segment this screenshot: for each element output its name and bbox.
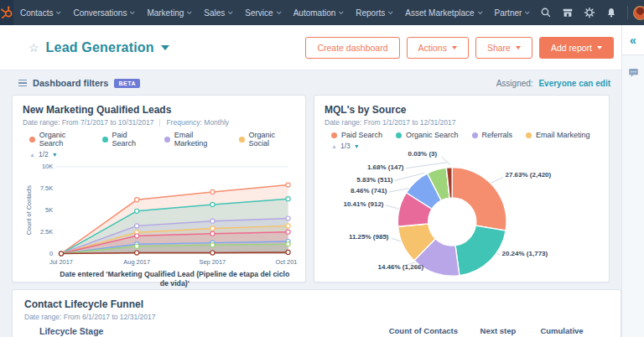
pie-label: 8.46% (741) [351, 187, 387, 194]
search-icon[interactable] [535, 0, 557, 25]
column-cumulative-conversion[interactable]: Cumulative conversion [538, 326, 585, 337]
svg-text:de vida)': de vida)' [160, 279, 190, 288]
area-chart[interactable]: 02.5K5K7.5K10KJul 2017Aug 2017Sep 2017Oc… [23, 158, 297, 291]
chevron-down-icon [228, 9, 233, 14]
pie-label: 5.83% (511) [356, 176, 392, 184]
funnel-table-header: Lifecycle Stage Count of Contacts Next s… [24, 326, 609, 337]
hubspot-logo[interactable] [0, 0, 13, 25]
report-title[interactable]: New Marketing Qualified Leads [23, 104, 295, 116]
avatar[interactable] [633, 6, 644, 20]
legend-dot [102, 137, 108, 143]
legend-pager: ▲ 1/3 ▼ [331, 142, 599, 150]
chevron-down-icon [277, 9, 282, 14]
svg-text:0: 0 [49, 250, 53, 257]
nav-item-conversations[interactable]: Conversations [66, 0, 140, 25]
comments-icon[interactable] [622, 67, 644, 78]
expand-panel-button[interactable]: « [622, 25, 644, 55]
legend-item[interactable]: Paid Search [102, 131, 151, 148]
assigned-status: Assigned: Everyone can edit [496, 79, 610, 88]
report-title[interactable]: Contact Lifecycle Funnel [24, 298, 609, 310]
nav-item-automation[interactable]: Automation [287, 0, 350, 25]
svg-text:Oct 2017: Oct 2017 [276, 258, 297, 266]
legend-item[interactable]: Email Marketing [164, 131, 226, 148]
dashboard-switcher-caret-icon[interactable] [161, 45, 169, 50]
svg-text:2.5K: 2.5K [40, 228, 53, 236]
chevron-down-icon [388, 9, 393, 14]
nav-item-service[interactable]: Service [238, 0, 286, 25]
report-daterange: Date range: From 7/1/2017 to 10/31/2017 … [23, 118, 295, 127]
report-card-new-mqls: New Marketing Qualified Leads Date range… [12, 95, 306, 283]
legend-item[interactable]: Referrals [472, 131, 513, 139]
chevron-down-icon [56, 9, 61, 14]
pie-label: 20.24% (1,773) [502, 250, 548, 257]
divider [159, 119, 160, 127]
legend-item[interactable]: Email Marketing [526, 131, 590, 139]
chevron-down-icon [597, 46, 602, 49]
legend-dot [164, 137, 170, 143]
donut-chart[interactable] [328, 152, 596, 288]
nav-menu: Contacts Conversations Marketing Sales S… [13, 0, 535, 25]
assigned-permission-link[interactable]: Everyone can edit [538, 79, 610, 88]
svg-text:Date entered 'Marketing Qualif: Date entered 'Marketing Qualified Lead (… [60, 270, 289, 278]
nav-item-reports[interactable]: Reports [349, 0, 398, 25]
legend-item[interactable]: Organic Social [239, 131, 295, 148]
page-title[interactable]: Lead Generation [46, 40, 154, 55]
legend-pager: ▲ 1/2 ▼ [29, 150, 295, 158]
favorite-star-icon[interactable]: ☆ [29, 41, 39, 54]
nav-utilities [535, 0, 644, 25]
column-next-step-conversion[interactable]: Next step conversion [475, 326, 522, 337]
gear-icon[interactable] [579, 0, 600, 25]
report-card-mqls-by-source: MQL's by Source Date range: From 1/1/201… [314, 95, 610, 283]
pie-label: 14.46% (1,266) [378, 263, 424, 271]
legend-item[interactable]: Organic Search [396, 131, 459, 139]
nav-item-partner[interactable]: Partner [488, 0, 536, 25]
column-count-of-contacts[interactable]: Count of Contacts [381, 326, 458, 337]
chevron-down-icon [452, 46, 457, 49]
dashboard-filters-toggle[interactable]: Dashboard filters [33, 78, 108, 88]
share-button[interactable]: Share [475, 37, 532, 59]
legend-page-down-icon[interactable]: ▼ [52, 152, 58, 158]
svg-text:Sep 2017: Sep 2017 [200, 258, 226, 266]
legend-dot [331, 132, 337, 138]
nav-item-marketing[interactable]: Marketing [140, 0, 197, 25]
collapsed-side-panel: « [621, 25, 644, 337]
legend-page-up-icon[interactable]: ▲ [29, 152, 35, 158]
report-title[interactable]: MQL's by Source [325, 104, 599, 116]
nav-item-sales[interactable]: Sales [197, 0, 238, 25]
actions-button[interactable]: Actions [407, 37, 469, 59]
chevron-down-icon [525, 9, 530, 14]
funnel-columns: Count of Contacts Next step conversion C… [381, 326, 585, 337]
chevron-down-icon [130, 9, 135, 14]
marketplace-icon[interactable] [557, 0, 579, 25]
pie-label: 1.68% (147) [367, 163, 404, 171]
report-card-contact-lifecycle-funnel: Contact Lifecycle Funnel Date range: Fro… [12, 289, 621, 337]
chevron-down-icon [339, 9, 344, 14]
chevron-down-icon [516, 46, 521, 49]
pie-label: 11.25% (985) [349, 233, 389, 241]
nav-item-contacts[interactable]: Contacts [13, 0, 66, 25]
pie-label: 0.03% (3) [408, 150, 438, 158]
beta-badge: BETA [114, 79, 140, 88]
filters-icon [18, 80, 27, 87]
legend-item[interactable]: Organic Search [29, 131, 89, 148]
svg-text:10K: 10K [42, 163, 53, 170]
chevron-down-icon [187, 9, 192, 14]
bell-icon[interactable] [600, 0, 622, 25]
legend-page-up-icon[interactable]: ▲ [331, 143, 337, 149]
legend-dot [472, 132, 478, 138]
double-chevron-left-icon: « [630, 34, 636, 47]
reports-row: New Marketing Qualified Leads Date range… [0, 93, 644, 283]
legend-item[interactable]: Paid Search [331, 131, 382, 139]
chevron-down-icon [477, 9, 482, 14]
create-dashboard-button[interactable]: Create dashboard [305, 37, 399, 59]
lifecycle-stage-header: Lifecycle Stage [39, 326, 103, 336]
report-daterange: Date range: From 6/1/2017 to 12/31/2017 [24, 313, 609, 321]
dashboard-filters-row: Dashboard filters BETA Assigned: Everyon… [0, 70, 644, 93]
add-report-button[interactable]: Add report [539, 37, 614, 59]
pie-label: 10.41% (912) [343, 200, 383, 208]
svg-text:Count of Contacts: Count of Contacts [25, 185, 33, 235]
legend-page-down-icon[interactable]: ▼ [354, 143, 360, 149]
nav-item-asset-marketplace[interactable]: Asset Marketplace [398, 0, 487, 25]
legend-dot [29, 137, 35, 143]
svg-text:7.5K: 7.5K [40, 184, 53, 192]
